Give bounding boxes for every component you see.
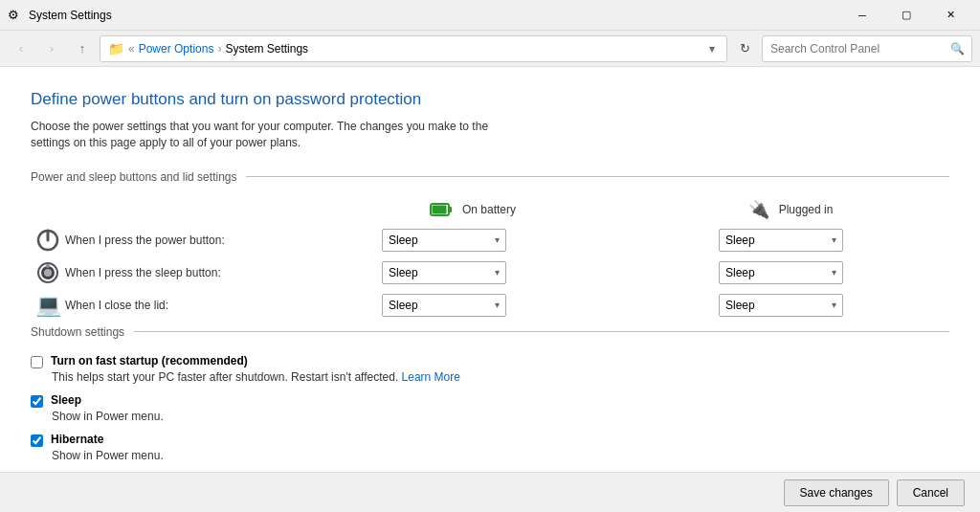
sleep-checkbox[interactable]	[31, 395, 43, 408]
fast-startup-sublabel: This helps start your PC faster after sh…	[52, 370, 949, 384]
chevron-down-icon: ▾	[832, 300, 836, 310]
up-button[interactable]: ↑	[69, 35, 96, 62]
chevron-down-icon: ▾	[495, 234, 500, 245]
title-bar-text: System Settings	[29, 9, 840, 22]
back-button[interactable]: ‹	[8, 35, 34, 62]
chevron-down-icon: ▾	[495, 300, 500, 310]
cancel-button[interactable]: Cancel	[897, 479, 965, 506]
lid-icon: 💻	[31, 293, 65, 318]
plug-icon: 🔌	[748, 199, 769, 220]
fast-startup-row: Turn on fast startup (recommended)	[31, 354, 949, 368]
power-section-divider: Power and sleep buttons and lid settings	[31, 170, 949, 184]
search-input[interactable]	[762, 35, 972, 62]
lid-plugged-dropdown[interactable]: Sleep ▾	[719, 294, 843, 317]
power-button-plugged-dropdown[interactable]: Sleep ▾	[719, 229, 843, 252]
chevron-down-icon: ▾	[832, 234, 836, 245]
on-battery-header: On battery	[314, 199, 632, 220]
section-line	[246, 176, 949, 177]
minimize-button[interactable]: ─	[840, 0, 884, 31]
svg-point-8	[46, 264, 50, 268]
lid-battery-dropdown-wrapper: Sleep ▾	[276, 294, 612, 317]
sleep-button-battery-dropdown-wrapper: Sleep ▾	[276, 261, 612, 284]
page-title: Define power buttons and turn on passwor…	[31, 90, 949, 109]
address-bar: ‹ › ↑ 📁 « Power Options › System Setting…	[0, 31, 980, 67]
fast-startup-checkbox[interactable]	[31, 356, 43, 368]
power-button-battery-dropdown-wrapper: Sleep ▾	[276, 229, 612, 252]
page-description: Choose the power settings that you want …	[31, 119, 509, 151]
content-wrapper: Define power buttons and turn on passwor…	[0, 67, 980, 512]
refresh-button[interactable]: ↻	[731, 35, 758, 62]
sleep-button-row: When I press the sleep button: Sleep ▾ S…	[31, 260, 949, 285]
breadcrumb-separator-1: «	[128, 42, 135, 56]
sleep-button-battery-dropdown[interactable]: Sleep ▾	[382, 261, 506, 284]
sleep-label: Sleep	[51, 393, 81, 407]
address-path: 📁 « Power Options › System Settings ▾	[100, 35, 727, 62]
plugged-in-header: 🔌 Plugged in	[632, 199, 949, 220]
power-button-label: When I press the power button:	[65, 234, 276, 247]
svg-rect-2	[449, 207, 452, 212]
sleep-button-plugged-dropdown[interactable]: Sleep ▾	[719, 261, 843, 284]
power-button-row: When I press the power button: Sleep ▾ S…	[31, 228, 949, 253]
bottom-bar: Save changes Cancel	[0, 472, 980, 512]
hibernate-label: Hibernate	[51, 433, 103, 446]
learn-more-link[interactable]: Learn More	[402, 370, 460, 384]
svg-rect-1	[432, 205, 446, 213]
title-bar: ⚙ System Settings ─ ▢ ✕	[0, 0, 980, 31]
power-button-plugged-dropdown-wrapper: Sleep ▾	[612, 229, 949, 252]
plugged-in-label: Plugged in	[779, 203, 834, 216]
lid-label: When I close the lid:	[65, 299, 276, 312]
shutdown-divider-line	[134, 331, 949, 332]
sleep-button-label: When I press the sleep button:	[65, 266, 276, 279]
lid-row: 💻 When I close the lid: Sleep ▾ Sleep ▾	[31, 293, 949, 318]
breadcrumb-power-options[interactable]: Power Options	[139, 42, 214, 56]
search-wrapper: 🔍	[762, 35, 972, 62]
title-bar-controls: ─ ▢ ✕	[840, 0, 972, 31]
sleep-button-plugged-dropdown-wrapper: Sleep ▾	[612, 261, 949, 284]
shutdown-section-label: Shutdown settings	[31, 325, 124, 339]
lid-battery-dropdown[interactable]: Sleep ▾	[382, 294, 506, 317]
close-button[interactable]: ✕	[928, 0, 972, 31]
lid-plugged-dropdown-wrapper: Sleep ▾	[612, 294, 949, 317]
hibernate-row: Hibernate	[31, 433, 949, 447]
shutdown-section-divider: Shutdown settings	[31, 325, 949, 339]
sleep-button-icon	[31, 260, 65, 285]
breadcrumb-current: System Settings	[225, 42, 308, 56]
battery-icon	[430, 202, 457, 217]
sleep-sublabel: Show in Power menu.	[52, 410, 949, 423]
chevron-down-icon: ▾	[832, 267, 836, 278]
save-button[interactable]: Save changes	[784, 479, 889, 506]
settings-header-row: On battery 🔌 Plugged in	[31, 199, 949, 220]
hibernate-sublabel: Show in Power menu.	[52, 449, 949, 462]
address-expand-icon[interactable]: ▾	[705, 42, 719, 56]
settings-grid: On battery 🔌 Plugged in When I press the…	[31, 199, 949, 318]
breadcrumb-arrow: ›	[217, 42, 221, 56]
hibernate-checkbox[interactable]	[31, 434, 43, 447]
power-button-icon	[31, 228, 65, 253]
restore-button[interactable]: ▢	[884, 0, 928, 31]
forward-button[interactable]: ›	[38, 35, 65, 62]
sleep-row: Sleep	[31, 393, 949, 408]
power-section-label: Power and sleep buttons and lid settings	[31, 170, 236, 184]
main-content: Define power buttons and turn on passwor…	[0, 67, 980, 512]
svg-point-7	[44, 269, 52, 277]
app-icon: ⚙	[8, 8, 23, 23]
folder-icon: 📁	[108, 41, 124, 56]
power-button-battery-dropdown[interactable]: Sleep ▾	[382, 229, 506, 252]
fast-startup-label: Turn on fast startup (recommended)	[51, 354, 248, 367]
on-battery-label: On battery	[462, 203, 516, 216]
chevron-down-icon: ▾	[495, 267, 500, 278]
